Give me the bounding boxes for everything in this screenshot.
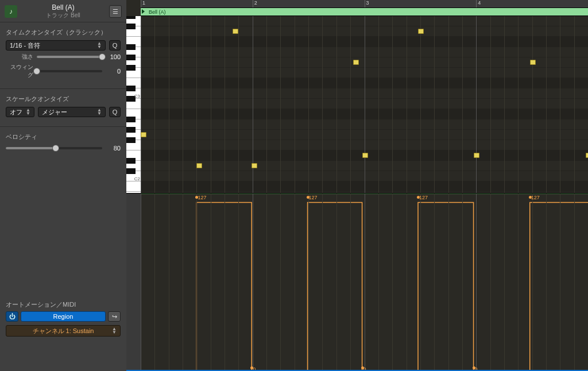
velocity-slider[interactable] [6,147,102,149]
grid-line [365,16,365,193]
grid-line [490,16,491,193]
grid-line [183,194,183,371]
grid-line [392,16,393,193]
black-key[interactable] [126,55,136,60]
quantize-apply-button[interactable]: Q [109,40,121,51]
automation-point[interactable] [307,196,310,199]
automation-value-label: 127 [419,195,428,200]
scale-enable-select[interactable]: オフ ▲▼ [6,107,34,117]
loop-icon [142,9,145,14]
grid-line [266,16,267,193]
grid-line [308,16,309,193]
time-quantize-title: タイムクオンタイズ（クラシック） [6,28,121,37]
automation-point[interactable] [529,196,532,199]
automation-grid[interactable]: 127012701270127 [141,194,588,371]
grid-line [225,194,225,371]
grid-line [448,194,449,371]
chevron-updown-icon: ▲▼ [97,42,102,49]
black-key[interactable] [126,127,136,133]
grid-line [154,194,155,371]
swing-value: 0 [106,68,121,75]
black-key[interactable] [126,117,136,122]
midi-note[interactable] [233,29,238,34]
black-key[interactable] [126,137,136,143]
region-dropdown-button[interactable]: ☰ [109,5,122,18]
editor-area: 1234 Bell (A) C3C2 127012701270127 [126,0,588,371]
track-label: トラック Bell [22,11,105,20]
quantize-value-label: 1/16 - 音符 [10,41,40,50]
bar-ruler[interactable]: 1234 [141,0,588,8]
grid-line [518,16,519,193]
region-block[interactable]: Bell (A) [141,8,588,16]
black-key[interactable] [126,86,136,91]
grid-line [378,16,379,193]
black-key[interactable] [126,65,136,71]
inspector-panel: ♪ Bell (A) トラック Bell ☰ タイムクオンタイズ（クラシック） … [0,0,126,371]
grid-line [266,194,267,371]
black-key[interactable] [126,24,136,29]
note-grid[interactable] [141,16,588,193]
grid-line [560,194,560,371]
automation-value-label: 127 [309,195,318,200]
midi-note[interactable] [353,60,359,65]
grid-line [476,194,477,371]
scale-quantize-title: スケールクオンタイズ [6,95,121,103]
midi-note[interactable] [362,153,368,158]
piano-keys[interactable]: C3C2 [126,16,141,193]
chevron-updown-icon: ▲▼ [112,327,117,334]
grid-line [336,16,337,193]
region-name: Bell (A) [22,3,105,11]
quantize-value-select[interactable]: 1/16 - 音符 ▲▼ [6,40,106,51]
automation-scope-select[interactable]: Region [21,311,106,322]
black-key[interactable] [126,168,136,174]
black-key[interactable] [126,44,136,50]
midi-note[interactable] [586,153,588,158]
midi-note[interactable] [474,153,479,158]
grid-line [546,194,547,371]
grid-line [392,194,393,371]
automation-param-select[interactable]: チャンネル 1: Sustain ▲▼ [6,325,121,337]
midi-note[interactable] [418,29,424,34]
midi-note[interactable] [141,132,146,137]
scale-type-select[interactable]: メジャー ▲▼ [38,107,106,117]
calendar-icon: ☰ [113,8,118,16]
grid-line [407,16,407,193]
automation-cycle-button[interactable]: ↪ [108,311,121,322]
grid-line [280,16,281,193]
automation-point[interactable] [417,196,420,199]
automation-power-button[interactable]: ⏻ [6,311,18,322]
region-strip[interactable]: Bell (A) [141,8,588,16]
automation-point[interactable] [250,366,253,369]
midi-note[interactable] [252,163,257,168]
grid-line [253,194,253,371]
grid-line [574,194,575,371]
grid-line [169,16,169,193]
scale-quantize-section: スケールクオンタイズ オフ ▲▼ メジャー ▲▼ Q [0,88,126,126]
region-icon[interactable]: ♪ [5,5,17,18]
grid-line [546,16,547,193]
strength-value: 100 [106,53,121,60]
grid-line [574,16,575,193]
midi-note[interactable] [530,60,536,65]
white-key[interactable] [126,181,141,192]
scale-apply-button[interactable]: Q [109,107,121,117]
black-key[interactable] [126,158,136,164]
automation-lane[interactable]: 127012701270127 [126,193,588,371]
chevron-updown-icon: ▲▼ [97,109,102,115]
key-label-c3: C3 [134,94,140,99]
piano-roll[interactable]: C3C2 [126,16,588,193]
strength-slider[interactable] [37,56,102,58]
automation-point[interactable] [473,366,475,369]
swing-slider[interactable] [37,70,102,72]
midi-note[interactable] [196,163,202,168]
automation-point[interactable] [195,196,198,199]
automation-point[interactable] [361,366,364,369]
black-key[interactable] [126,16,136,19]
grid-line [322,16,323,193]
grid-line [196,194,197,371]
bar-marker: 2 [253,0,257,7]
grid-line [295,194,295,371]
grid-line [225,16,225,193]
grid-line [350,16,351,193]
velocity-value: 80 [106,145,121,152]
